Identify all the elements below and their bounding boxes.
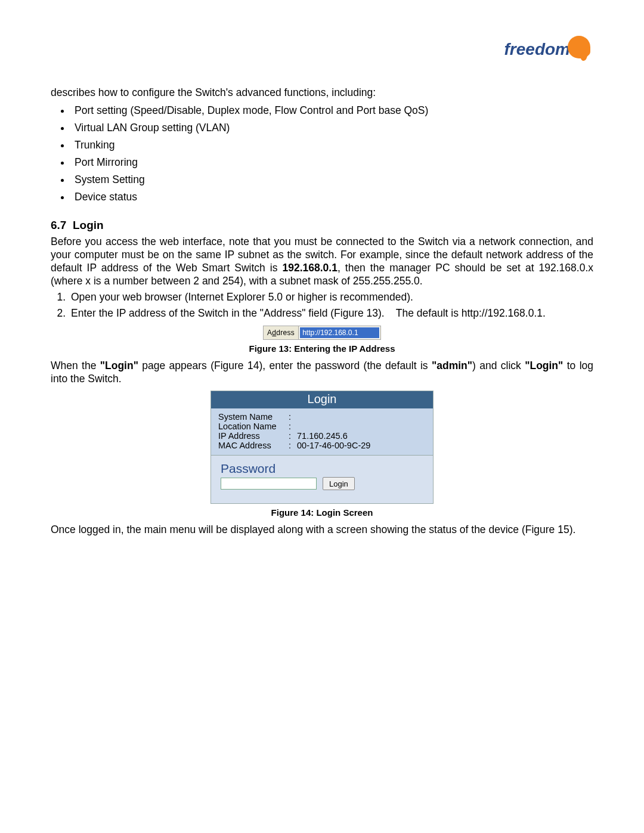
info-row: System Name:	[218, 412, 426, 422]
login-title: Login	[211, 391, 433, 408]
brand-text: freedom	[504, 40, 570, 58]
intro-text: describes how to configure the Switch's …	[51, 86, 593, 100]
list-item: Virtual LAN Group setting (VLAN)	[71, 122, 593, 134]
figure-13-caption: Figure 13: Entering the IP Address	[51, 343, 593, 354]
info-row: IP Address: 71.160.245.6	[218, 431, 426, 441]
brand-logo: freedom	[504, 36, 590, 59]
section-heading: 6.7 Login	[51, 219, 593, 232]
section-number: 6.7	[51, 219, 66, 231]
address-input[interactable]: http://192.168.0.1	[299, 327, 380, 339]
list-item: System Setting	[71, 174, 593, 186]
login-bold-1: "Login"	[100, 360, 138, 371]
steps-list: Open your web browser (Internet Explorer…	[51, 291, 593, 320]
address-label: Address	[264, 326, 299, 339]
login-instruction-paragraph: When the "Login" page appears (Figure 14…	[51, 360, 593, 386]
login-intro-paragraph: Before you access the web interface, not…	[51, 236, 593, 288]
feature-list: Port setting (Speed/Disable, Duplex mode…	[51, 104, 593, 203]
admin-bold: "admin"	[432, 360, 472, 371]
list-item: Port setting (Speed/Disable, Duplex mode…	[71, 104, 593, 117]
list-item: Trunking	[71, 139, 593, 151]
list-item: Device status	[71, 191, 593, 203]
login-password-panel: Password Login	[211, 456, 433, 503]
login-bold-2: "Login"	[525, 360, 563, 371]
figure-14-caption: Figure 14: Login Screen	[51, 507, 593, 518]
info-row: Location Name:	[218, 422, 426, 431]
default-ip-bold: 192.168.0.1	[282, 262, 337, 274]
step-item: Open your web browser (Internet Explorer…	[69, 291, 593, 304]
login-info-panel: System Name: Location Name: IP Address: …	[211, 408, 433, 456]
address-bar-figure: Address http://192.168.0.1	[263, 326, 381, 340]
list-item: Port Mirroring	[71, 156, 593, 169]
section-title: Login	[73, 219, 104, 231]
password-input[interactable]	[221, 478, 317, 490]
info-row: MAC Address: 00-17-46-00-9C-29	[218, 441, 426, 450]
login-screen-figure: Login System Name: Location Name: IP Add…	[210, 391, 434, 504]
login-button[interactable]: Login	[323, 477, 355, 490]
closing-paragraph: Once logged in, the main menu will be di…	[51, 524, 593, 537]
password-label: Password	[221, 462, 427, 476]
step-item: Enter the IP address of the Switch in th…	[69, 307, 593, 320]
brand-swirl-icon	[568, 36, 590, 58]
